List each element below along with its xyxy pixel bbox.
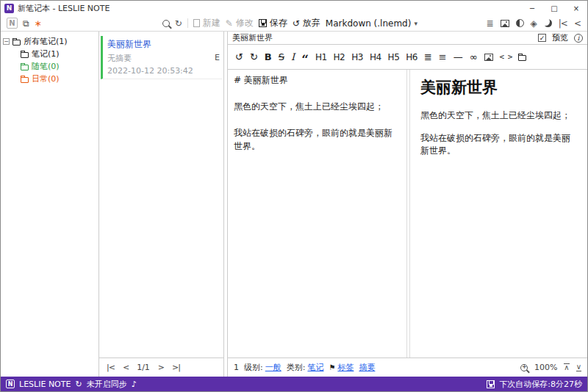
summary-link[interactable]: 摘要 [359, 362, 375, 373]
h2-button[interactable]: H2 [334, 53, 345, 62]
discard-button[interactable]: ↺ 放弃 [293, 17, 320, 29]
next-page-button[interactable]: > [158, 363, 164, 372]
status-misc-icon[interactable]: ♪ [132, 380, 137, 388]
editor-title-row: 美丽新世界 ✓ 预览 i [228, 32, 587, 45]
discard-label: 放弃 [303, 17, 320, 29]
image-mode-icon[interactable] [501, 20, 509, 27]
category-label: 类别: [287, 362, 306, 373]
page-indicator: 1/1 [137, 363, 150, 372]
tags-link[interactable]: 标签 [337, 362, 354, 373]
redo-icon[interactable]: ↻ [250, 52, 258, 62]
refresh-icon[interactable]: ↻ [175, 19, 182, 28]
info-icon[interactable]: i [574, 34, 583, 43]
insert-image-icon[interactable] [484, 54, 493, 61]
save-button[interactable]: 保存 [259, 17, 287, 29]
sidebar-item-daily[interactable]: 日常(0) [3, 73, 96, 85]
contrast-icon[interactable] [516, 19, 524, 27]
undo-icon[interactable]: ↺ [235, 52, 243, 62]
app-window: N 新笔记本 - LESLIE NOTE ─ □ × N ⧉ ∗ ↻ 新建 ✎ … [0, 0, 588, 392]
scroll-to-bottom-icon[interactable]: ∨ [576, 363, 581, 371]
collapse-sidebar-icon[interactable]: |< [559, 19, 567, 28]
autosave-countdown: 下次自动保存:8分27秒 [499, 379, 582, 390]
strikethrough-icon[interactable]: S [279, 52, 284, 62]
sidebar-item-label: 日常(0) [32, 73, 60, 84]
folder-icon [21, 65, 29, 70]
line-number: 1 [234, 363, 239, 372]
bold-icon[interactable]: B [265, 52, 272, 62]
category-value-link[interactable]: 笔记 [307, 362, 323, 373]
maximize-button[interactable]: □ [543, 1, 565, 15]
chevron-down-icon: ▾ [414, 20, 417, 27]
collapse-list-icon[interactable]: < [574, 19, 581, 28]
markdown-preview: 美丽新世界 黑色的天空下，焦土上已经尘埃四起； 我站在破损的石碑旁，眼前的就是美… [410, 70, 587, 357]
markdown-toolbar: ↺ ↻ B S I “ H1 H2 H3 H4 H5 H6 ≣ ≡ — ∞ < … [228, 45, 587, 70]
statusbar-app-name: LESLIE NOTE [19, 380, 71, 389]
editor-panel: 美丽新世界 ✓ 预览 i ↺ ↻ B S I “ H1 H2 H3 H4 H5 … [228, 32, 587, 377]
modify-button[interactable]: ✎ 修改 [226, 17, 254, 29]
main-toolbar: N ⧉ ∗ ↻ 新建 ✎ 修改 保存 ↺ 放弃 Markdown (.lnemd… [1, 15, 587, 32]
new-note-label: 新建 [203, 17, 220, 29]
h5-button[interactable]: H5 [388, 53, 400, 62]
h4-button[interactable]: H4 [370, 53, 381, 62]
preview-paragraph: 黑色的天空下，焦土上已经尘埃四起； [420, 109, 577, 122]
attachment-folder-icon[interactable] [518, 55, 526, 61]
loading-sparkle-icon: ∗ [35, 19, 42, 28]
format-select[interactable]: Markdown (.lnemd) ▾ [326, 18, 417, 29]
h1-button[interactable]: H1 [315, 53, 327, 62]
prev-page-button[interactable]: < [123, 363, 129, 372]
preview-checkbox[interactable]: ✓ [538, 34, 546, 42]
level-value-link[interactable]: 一般 [265, 362, 282, 373]
ordered-list-icon[interactable]: ≡ [439, 52, 447, 62]
sparkle-icon[interactable]: ◈ [531, 19, 537, 28]
notebook-sidebar: − 所有笔记(1) 笔记(1) 随笔(0) 日常(0) [1, 32, 99, 377]
folder-icon [21, 52, 29, 58]
last-page-button[interactable]: >| [172, 363, 180, 372]
search-icon[interactable] [162, 20, 170, 27]
new-note-button[interactable]: 新建 [193, 17, 220, 29]
link-icon[interactable]: ∞ [470, 52, 478, 62]
statusbar: N LESLIE NOTE ↻ 未开启同步 ♪ 下次自动保存:8分27秒 [1, 377, 587, 391]
quote-icon[interactable]: “ [301, 54, 309, 66]
tree-expander-icon[interactable]: − [3, 38, 10, 45]
tags-group[interactable]: ⚑ 标签 [329, 362, 354, 373]
source-line [234, 113, 401, 126]
h3-button[interactable]: H3 [351, 53, 363, 62]
app-n-icon: N [7, 18, 18, 29]
source-line [234, 87, 401, 100]
preview-label: 预览 [552, 32, 568, 43]
horizontal-rule-icon[interactable]: — [453, 52, 463, 62]
zoom-in-icon[interactable] [520, 364, 528, 371]
category-group: 类别: 笔记 [287, 362, 324, 373]
markdown-source-editor[interactable]: # 美丽新世界 黑色的天空下，焦土上已经尘埃四起； 我站在破损的石碑旁，眼前的就… [228, 70, 407, 357]
first-page-button[interactable]: |< [107, 363, 115, 372]
close-button[interactable]: × [565, 1, 587, 15]
toolbar-divider [187, 18, 188, 28]
dark-mode-moon-icon[interactable] [544, 19, 552, 27]
view-list-icon[interactable]: ≣ [487, 19, 494, 28]
note-summary: 无摘要 [107, 53, 212, 64]
format-value: Markdown (.lnemd) [326, 18, 412, 29]
toolbar-right-group: ≣ ◈ |< < [487, 19, 581, 28]
level-label: 级别: [244, 362, 263, 373]
window-title: 新笔记本 - LESLIE NOTE [18, 3, 110, 14]
note-badge: E [215, 53, 220, 62]
sidebar-item-notes[interactable]: 笔记(1) [3, 48, 96, 60]
tree-view-icon[interactable]: ⧉ [23, 19, 29, 28]
document-icon [193, 19, 200, 27]
note-list-item[interactable]: 美丽新世界 无摘要 2022-10-12 20:53:42 E [101, 36, 222, 79]
code-icon[interactable]: < > [500, 53, 512, 61]
minimize-button[interactable]: ─ [521, 1, 543, 15]
statusbar-right-group: 下次自动保存:8分27秒 [487, 379, 582, 390]
source-line: 黑色的天空下，焦土上已经尘埃四起； [234, 100, 401, 113]
note-list-pager: |< < 1/1 > >| [99, 357, 223, 377]
tag-flag-icon: ⚑ [329, 363, 335, 371]
italic-icon[interactable]: I [291, 52, 295, 62]
note-list-column: 美丽新世界 无摘要 2022-10-12 20:53:42 E |< < 1/1… [99, 32, 223, 377]
sync-icon[interactable]: ↻ [75, 380, 82, 388]
sidebar-item-essays[interactable]: 随笔(0) [3, 60, 96, 73]
h6-button[interactable]: H6 [406, 53, 417, 62]
bullet-list-icon[interactable]: ≣ [424, 52, 432, 62]
scroll-to-top-icon[interactable]: ∧ [564, 363, 569, 371]
sidebar-item-all-notes[interactable]: − 所有笔记(1) [3, 35, 96, 48]
zoom-controls: 100% ∧ ∨ [520, 363, 581, 372]
